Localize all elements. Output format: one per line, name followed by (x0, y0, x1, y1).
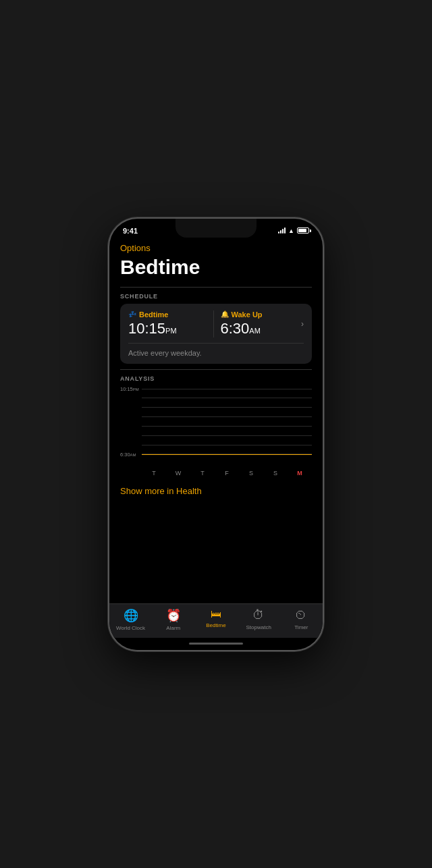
bell-icon: 🔔 (221, 310, 229, 318)
status-bar: 9:41 ▲ (109, 219, 323, 238)
chevron-right-icon: › (301, 319, 304, 329)
wakeup-item: 🔔 Wake Up 6:30AM (221, 310, 299, 337)
bedtime-time: 10:15PM (128, 320, 207, 337)
schedule-card[interactable]: 💤 Bedtime 10:15PM 🔔 Wake Up (120, 304, 312, 364)
main-content: Options Bedtime SCHEDULE 💤 Bedtime 10:15… (109, 238, 323, 603)
zzz-icon: 💤 (128, 310, 136, 318)
tab-bar: 🌐 World Clock ⏰ Alarm 🛏 Bedtime ⏱ Stopwa… (109, 603, 323, 638)
sleep-chart: 10:15PM 6:30AM (120, 386, 312, 467)
tab-world-clock-label: World Clock (116, 625, 145, 631)
chart-label-bottom: 6:30AM (120, 452, 136, 458)
day-tuesday: T (148, 470, 159, 477)
analysis-section-label: ANALYSIS (120, 369, 312, 382)
tab-stopwatch[interactable]: ⏱ Stopwatch (242, 608, 275, 631)
status-icons: ▲ (278, 227, 309, 234)
chart-bottom-line (142, 454, 312, 455)
chart-inner-line (142, 398, 312, 398)
day-friday: F (221, 470, 232, 477)
home-indicator (109, 638, 323, 650)
day-sunday: S (270, 470, 281, 477)
day-saturday: S (246, 470, 256, 477)
tab-timer[interactable]: ⏲ Timer (284, 608, 318, 631)
schedule-row: 💤 Bedtime 10:15PM 🔔 Wake Up (128, 310, 304, 337)
tab-world-clock[interactable]: 🌐 World Clock (114, 608, 148, 631)
timer-icon: ⏲ (295, 608, 307, 622)
screen: 9:41 ▲ Options Bedtime SCHEDUL (109, 219, 323, 650)
wifi-icon: ▲ (288, 227, 294, 234)
tab-timer-label: Timer (294, 624, 308, 630)
chart-inner-line (142, 389, 312, 389)
bedtime-tab-icon: 🛏 (211, 608, 221, 620)
chart-inner-line (142, 407, 312, 408)
page-title: Bedtime (120, 256, 312, 279)
bedtime-item: 💤 Bedtime 10:15PM (128, 310, 207, 337)
home-bar (189, 643, 243, 645)
schedule-divider (213, 310, 214, 337)
tab-bedtime[interactable]: 🛏 Bedtime (199, 608, 233, 631)
active-days-text: Active every weekday. (128, 343, 304, 357)
wakeup-time: 6:30AM (221, 320, 299, 337)
schedule-section-label: SCHEDULE (120, 287, 312, 300)
signal-bars-icon (278, 227, 286, 234)
tab-bedtime-label: Bedtime (206, 622, 225, 628)
chart-label-top: 10:15PM (120, 386, 139, 392)
battery-icon (297, 227, 309, 234)
chart-inner-line (142, 445, 312, 445)
tab-alarm[interactable]: ⏰ Alarm (157, 608, 190, 631)
day-thursday: T (197, 470, 208, 477)
alarm-icon: ⏰ (166, 608, 181, 623)
options-button[interactable]: Options (120, 243, 312, 253)
chart-inner-lines (142, 389, 312, 455)
chart-inner-line (142, 435, 312, 436)
status-time: 9:41 (123, 227, 138, 235)
wakeup-label: 🔔 Wake Up (221, 310, 299, 319)
tab-alarm-label: Alarm (166, 625, 180, 631)
chart-inner-line (142, 416, 312, 417)
battery-fill (298, 229, 306, 232)
stopwatch-icon: ⏱ (252, 608, 265, 622)
bedtime-label: 💤 Bedtime (128, 310, 207, 319)
days-row: T W T F S S M (120, 470, 312, 477)
analysis-section: ANALYSIS 10:15PM 6:30AM (120, 369, 312, 477)
world-clock-icon: 🌐 (124, 608, 138, 623)
day-wednesday: W (173, 470, 184, 477)
tab-stopwatch-label: Stopwatch (246, 624, 271, 630)
chart-inner-line (142, 426, 312, 427)
show-more-health-button[interactable]: Show more in Health (120, 486, 312, 496)
day-monday: M (294, 470, 305, 477)
phone-frame: 9:41 ▲ Options Bedtime SCHEDUL (108, 217, 324, 651)
